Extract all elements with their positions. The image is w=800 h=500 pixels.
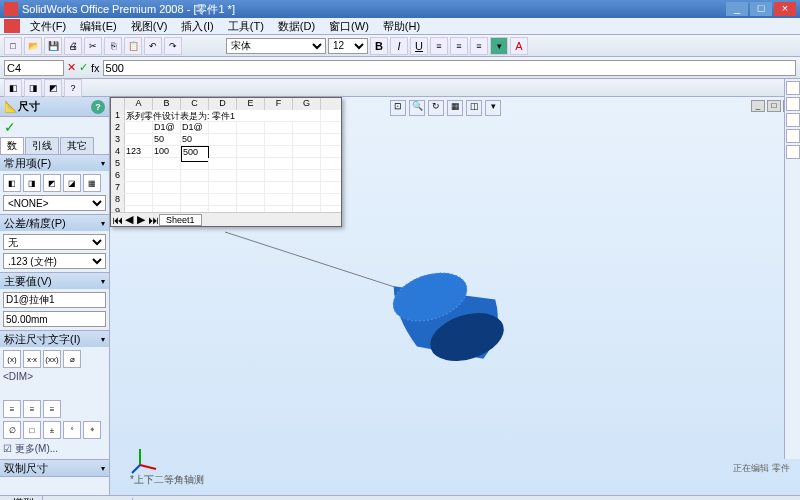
view-icon[interactable]: ▾ xyxy=(485,100,501,116)
rtab-2[interactable] xyxy=(786,97,800,111)
redo-button[interactable]: ↷ xyxy=(164,37,182,55)
sheet-tab[interactable]: Sheet1 xyxy=(159,214,202,226)
tolerance-select[interactable]: 无 xyxy=(3,234,106,250)
col-f[interactable]: F xyxy=(265,98,293,110)
paste-button[interactable]: 📋 xyxy=(124,37,142,55)
graphics-viewport[interactable]: ⊡ 🔍 ↻ ▦ ◫ ▾ _ □ × A B C D E F G 1系列零件设计表… xyxy=(110,97,800,495)
rtab-5[interactable] xyxy=(786,145,800,159)
sheet-next-icon[interactable]: ▶ xyxy=(135,213,147,226)
more-check[interactable]: ☑ 更多(M)... xyxy=(3,442,106,456)
menu-help[interactable]: 帮助(H) xyxy=(377,19,426,34)
rtab-1[interactable] xyxy=(786,81,800,95)
sym-3[interactable]: ± xyxy=(43,421,61,439)
font-select[interactable]: 宋体 xyxy=(226,38,326,54)
style-select[interactable]: <NONE> xyxy=(3,195,106,211)
display-icon[interactable]: ▦ xyxy=(447,100,463,116)
tb-a[interactable]: ◧ xyxy=(4,79,22,97)
confirm-icon[interactable]: ✓ xyxy=(79,61,88,74)
help-icon[interactable]: ? xyxy=(91,100,105,114)
new-button[interactable]: □ xyxy=(4,37,22,55)
minimize-button[interactable]: _ xyxy=(726,2,748,16)
cut-button[interactable]: ✂ xyxy=(84,37,102,55)
bold-button[interactable]: B xyxy=(370,37,388,55)
menu-window[interactable]: 窗口(W) xyxy=(323,19,375,34)
maximize-button[interactable]: □ xyxy=(750,2,772,16)
menu-data[interactable]: 数据(D) xyxy=(272,19,321,34)
col-a[interactable]: A xyxy=(125,98,153,110)
menu-file[interactable]: 文件(F) xyxy=(24,19,72,34)
txt-btn-3[interactable]: (xx) xyxy=(43,350,61,368)
precision-select[interactable]: .123 (文件) xyxy=(3,253,106,269)
close-button[interactable]: × xyxy=(774,2,796,16)
fx-icon[interactable]: fx xyxy=(91,62,100,74)
group-dual[interactable]: 双制尺寸▾ xyxy=(0,460,109,476)
sym-5[interactable]: ⌖ xyxy=(83,421,101,439)
txt-btn-2[interactable]: x·x xyxy=(23,350,41,368)
formula-input[interactable] xyxy=(103,60,796,76)
underline-button[interactable]: U xyxy=(410,37,428,55)
style-btn-1[interactable]: ◧ xyxy=(3,174,21,192)
save-button[interactable]: 💾 xyxy=(44,37,62,55)
tb-b[interactable]: ◨ xyxy=(24,79,42,97)
style-btn-4[interactable]: ◪ xyxy=(63,174,81,192)
rotate-icon[interactable]: ↻ xyxy=(428,100,444,116)
zoom-area-icon[interactable]: 🔍 xyxy=(409,100,425,116)
rtab-4[interactable] xyxy=(786,129,800,143)
col-d[interactable]: D xyxy=(209,98,237,110)
align-right-button[interactable]: ≡ xyxy=(470,37,488,55)
group-dimtext[interactable]: 标注尺寸文字(I)▾ xyxy=(0,331,109,347)
open-button[interactable]: 📂 xyxy=(24,37,42,55)
copy-button[interactable]: ⎘ xyxy=(104,37,122,55)
tab-other[interactable]: 其它 xyxy=(60,137,94,154)
col-b[interactable]: B xyxy=(153,98,181,110)
rtab-3[interactable] xyxy=(786,113,800,127)
tb-c[interactable]: ◩ xyxy=(44,79,62,97)
group-common[interactable]: 常用项(F)▾ xyxy=(0,155,109,171)
tab-value[interactable]: 数 xyxy=(0,137,24,154)
style-btn-5[interactable]: ▦ xyxy=(83,174,101,192)
zoom-fit-icon[interactable]: ⊡ xyxy=(390,100,406,116)
sym-1[interactable]: ∅ xyxy=(3,421,21,439)
sw-logo-icon[interactable] xyxy=(4,19,20,33)
style-btn-2[interactable]: ◨ xyxy=(23,174,41,192)
doc-min-button[interactable]: _ xyxy=(751,100,765,112)
print-button[interactable]: 🖨 xyxy=(64,37,82,55)
section-icon[interactable]: ◫ xyxy=(466,100,482,116)
cell-reference[interactable] xyxy=(4,60,64,76)
italic-button[interactable]: I xyxy=(390,37,408,55)
doc-max-button[interactable]: □ xyxy=(767,100,781,112)
align-center-button[interactable]: ≡ xyxy=(450,37,468,55)
col-e[interactable]: E xyxy=(237,98,265,110)
ok-icon[interactable]: ✓ xyxy=(0,117,109,137)
undo-button[interactable]: ↶ xyxy=(144,37,162,55)
sheet-prev-icon[interactable]: ◀ xyxy=(123,213,135,226)
fill-button[interactable]: ▾ xyxy=(490,37,508,55)
align-left-button[interactable]: ≡ xyxy=(430,37,448,55)
sheet-first-icon[interactable]: ⏮ xyxy=(111,214,123,226)
sym-4[interactable]: ° xyxy=(63,421,81,439)
textcolor-button[interactable]: A xyxy=(510,37,528,55)
menu-insert[interactable]: 插入(I) xyxy=(175,19,219,34)
just-3[interactable]: ≡ xyxy=(43,400,61,418)
tb-d[interactable]: ? xyxy=(64,79,82,97)
style-btn-3[interactable]: ◩ xyxy=(43,174,61,192)
group-tolerance[interactable]: 公差/精度(P)▾ xyxy=(0,215,109,231)
col-c[interactable]: C xyxy=(181,98,209,110)
just-1[interactable]: ≡ xyxy=(3,400,21,418)
primary-name-input[interactable] xyxy=(3,292,106,308)
txt-btn-4[interactable]: ⌀ xyxy=(63,350,81,368)
menu-view[interactable]: 视图(V) xyxy=(125,19,174,34)
txt-btn-1[interactable]: (x) xyxy=(3,350,21,368)
just-2[interactable]: ≡ xyxy=(23,400,41,418)
sym-2[interactable]: □ xyxy=(23,421,41,439)
sheet-last-icon[interactable]: ⏭ xyxy=(147,214,159,226)
cancel-icon[interactable]: ✕ xyxy=(67,61,76,74)
menu-edit[interactable]: 编辑(E) xyxy=(74,19,123,34)
fontsize-select[interactable]: 12 xyxy=(328,38,368,54)
menu-tools[interactable]: 工具(T) xyxy=(222,19,270,34)
group-primary[interactable]: 主要值(V)▾ xyxy=(0,273,109,289)
design-table[interactable]: A B C D E F G 1系列零件设计表是为: 零件1 2D1@草D1@拉 … xyxy=(110,97,342,227)
primary-value-input[interactable] xyxy=(3,311,106,327)
model-cylinder[interactable] xyxy=(385,262,515,372)
tab-model[interactable]: 模型 xyxy=(4,496,43,500)
